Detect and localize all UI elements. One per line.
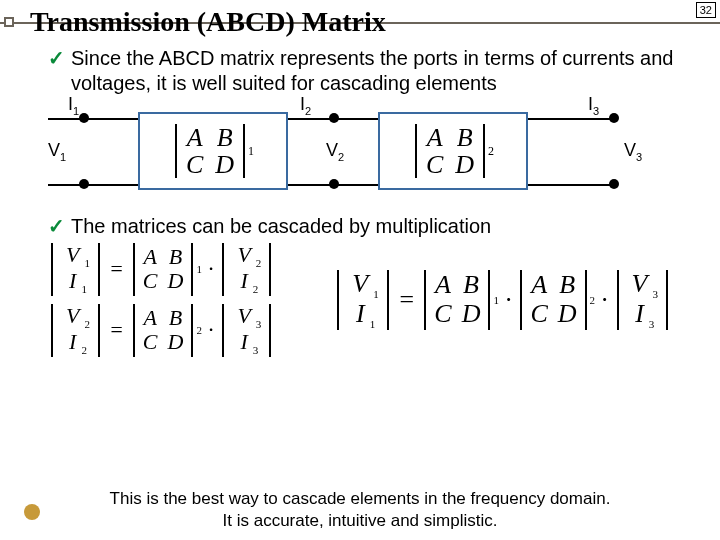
- footer-note: This is the best way to cascade elements…: [0, 488, 720, 532]
- label-I1: I1: [68, 94, 79, 117]
- abcd-box-1: AC BD 1: [138, 112, 288, 190]
- bullet-1: ✓ Since the ABCD matrix represents the p…: [48, 46, 680, 96]
- page-number: 32: [696, 2, 716, 18]
- equation-1: V1I1 = ACBD1 · V2I2: [48, 243, 274, 296]
- label-I3: I3: [588, 94, 599, 117]
- check-icon: ✓: [48, 214, 65, 239]
- bullet-2: ✓ The matrices can be cascaded by multip…: [48, 214, 680, 239]
- bullet-1-text: Since the ABCD matrix represents the por…: [71, 46, 680, 96]
- footer-line-1: This is the best way to cascade elements…: [0, 488, 720, 510]
- footer-line-2: It is accurate, intuitive and simplistic…: [0, 510, 720, 532]
- abcd-box-2: AC BD 2: [378, 112, 528, 190]
- equation-2: V2I2 = ACBD2 · V3I3: [48, 304, 274, 357]
- equations: V1I1 = ACBD1 · V2I2 V2I2 = ACBD2 · V3I3 …: [48, 243, 680, 357]
- label-I2: I2: [300, 94, 311, 117]
- check-icon: ✓: [48, 46, 65, 96]
- title-bullet-decoration: [4, 17, 14, 27]
- equation-3: V1I1 = ACBD1 · ACBD2 · V3I3: [334, 270, 671, 331]
- label-V3: V3: [624, 140, 642, 163]
- label-V1: V1: [48, 140, 66, 163]
- label-V2: V2: [326, 140, 344, 163]
- page-title: Transmission (ABCD) Matrix: [30, 6, 700, 38]
- bullet-2-text: The matrices can be cascaded by multipli…: [71, 214, 491, 239]
- cascade-diagram: AC BD 1 AC BD 2 I1 I2 I3 V1 V2 V3: [48, 98, 680, 206]
